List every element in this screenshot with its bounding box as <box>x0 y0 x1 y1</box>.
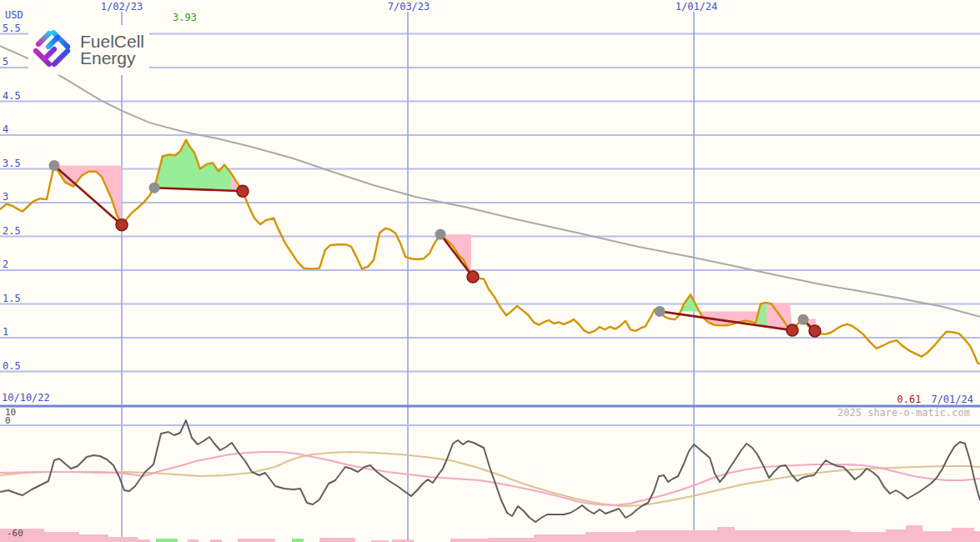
trade-entry-dot <box>149 183 160 193</box>
price-tick-label: 5 <box>3 57 8 68</box>
volume-histogram-bar <box>534 534 585 542</box>
price-tick-label: 2.5 <box>3 226 21 237</box>
volume-histogram-bar <box>906 525 922 542</box>
trade-entry-dot <box>655 306 666 317</box>
price-tick-label: 3 <box>3 192 8 203</box>
panel-separator <box>0 405 980 408</box>
trade-gain-patch <box>154 140 231 191</box>
lower-tick-minus60: -60 <box>7 529 23 538</box>
trade-entry-dot <box>49 160 60 171</box>
volume-histogram-bar <box>851 532 886 542</box>
benchmark-line <box>0 46 980 317</box>
volume-histogram-bar <box>488 538 534 542</box>
fuelcell-energy-logo: FuelCell Energy <box>28 25 149 75</box>
trade-entry-dot <box>435 229 446 240</box>
trade-entry-dot <box>798 314 809 325</box>
date-tick-3: 1/01/24 <box>676 2 718 13</box>
volume-histogram-bar <box>450 539 488 542</box>
volume-histogram-bar <box>585 532 636 542</box>
trade-exit-dot <box>116 219 128 231</box>
price-tick-label: 3.5 <box>3 158 21 169</box>
volume-histogram-bar <box>886 529 906 542</box>
signal-line-pink <box>0 452 980 505</box>
lower-tick-0: 0 <box>5 416 11 425</box>
volume-histogram-bar <box>238 539 275 542</box>
volume-histogram-bar <box>922 531 952 542</box>
trade-exit-dot <box>809 325 821 337</box>
volume-histogram-bar <box>79 534 108 542</box>
volume-histogram-bar <box>156 539 178 542</box>
watermark: 2025 share-o-matic.com <box>837 408 970 419</box>
last-price-label: 0.61 <box>897 394 922 405</box>
last-date-label: 7/01/24 <box>931 394 973 405</box>
trade-exit-dot <box>237 185 249 197</box>
price-tick-label: 2 <box>3 259 8 270</box>
price-tick-label: 1.5 <box>3 294 21 304</box>
date-tick-1: 1/02/23 <box>101 2 143 13</box>
volume-histogram-bar <box>319 538 355 542</box>
volume-histogram-bar <box>108 537 138 542</box>
volume-histogram-bar <box>735 530 851 542</box>
chart-root: USD 1/02/23 7/03/23 1/01/24 3.93 5.554.5… <box>0 0 980 542</box>
logo-line1: FuelCell <box>80 33 144 50</box>
volume-histogram-bar <box>974 531 980 542</box>
price-tick-label: 5.5 <box>3 23 21 34</box>
volume-histogram-bar <box>44 532 79 542</box>
volume-histogram-bar <box>292 539 304 542</box>
price-tick-label: 4.5 <box>3 91 21 102</box>
signal-line-tan <box>0 452 980 506</box>
price-line <box>0 140 980 364</box>
logo-line2: Energy <box>80 50 144 67</box>
volume-histogram-bar <box>717 527 735 542</box>
fuelcell-logo-icon <box>32 28 72 72</box>
date-tick-2: 7/03/23 <box>388 2 430 13</box>
high-price-label: 3.93 <box>173 13 197 23</box>
price-tick-label: 0.5 <box>3 361 21 372</box>
trade-exit-dot <box>787 324 798 336</box>
last-quote: 0.61 7/01/24 <box>897 394 973 405</box>
price-chart-canvas[interactable] <box>0 0 980 542</box>
price-tick-label: 4 <box>3 124 8 135</box>
fuelcell-logo-text: FuelCell Energy <box>80 33 144 67</box>
trade-exit-dot <box>467 271 479 283</box>
price-tick-label: 1 <box>3 327 8 338</box>
start-date-label: 10/10/22 <box>2 393 50 404</box>
currency-label: USD <box>5 10 23 21</box>
volume-histogram-bar <box>636 530 717 542</box>
volume-histogram-bar <box>952 528 974 542</box>
